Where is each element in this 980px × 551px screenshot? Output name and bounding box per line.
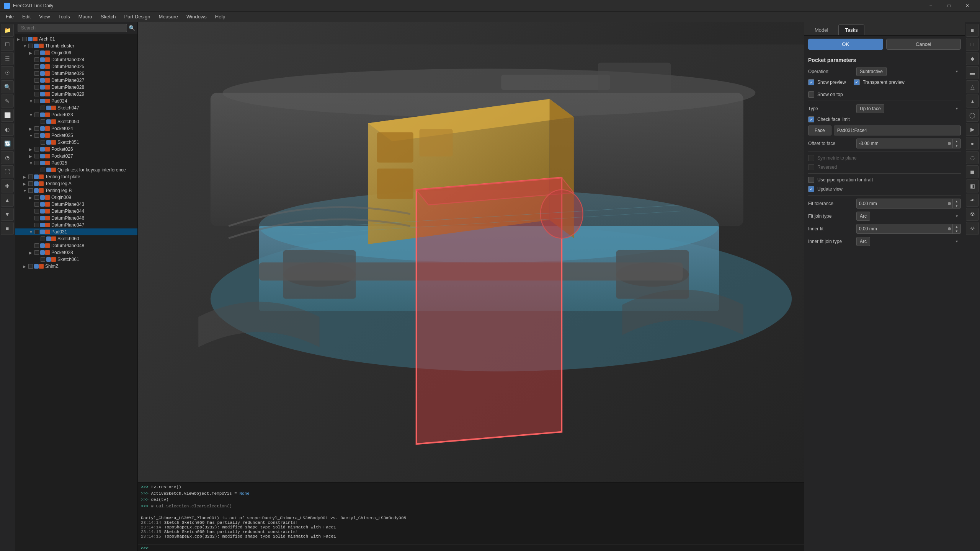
tree-item[interactable]: Sketch061 <box>15 256 137 263</box>
fit-tolerance-input[interactable] <box>857 199 946 208</box>
tree-checkbox[interactable] <box>34 64 39 69</box>
spin-down[interactable]: ▼ <box>953 143 960 148</box>
minimize-button[interactable]: − <box>922 0 939 11</box>
right-btn-10[interactable]: ◌ <box>966 151 979 164</box>
right-btn-5[interactable]: △ <box>966 80 979 93</box>
menu-item-part-design[interactable]: Part Design <box>121 13 154 21</box>
tree-item[interactable]: ▶Tenting foot plate <box>15 173 137 180</box>
toolbar-btn-11[interactable]: ⛶ <box>1 165 14 178</box>
toolbar-btn-12[interactable]: ✚ <box>1 179 14 192</box>
tree-item[interactable]: ▶Arch 01 <box>15 36 137 42</box>
tree-item[interactable]: ▶Origin009 <box>15 194 137 201</box>
maximize-button[interactable]: □ <box>940 0 958 11</box>
check-face-limit-checkbox[interactable]: ✓ <box>808 116 814 122</box>
tree-item[interactable]: ▶ShimZ <box>15 263 137 270</box>
tree-checkbox[interactable] <box>34 51 39 55</box>
toolbar-btn-10[interactable]: ◔ <box>1 151 14 164</box>
right-btn-6[interactable]: ▴ <box>966 95 979 108</box>
right-btn-8[interactable]: ▶ <box>966 123 979 136</box>
tree-item[interactable]: Sketch060 <box>15 235 137 242</box>
tree-item[interactable]: Sketch050 <box>15 118 137 125</box>
toolbar-btn-3[interactable]: ☰ <box>1 52 14 65</box>
tree-checkbox[interactable] <box>41 236 45 241</box>
tree-item[interactable]: ▼Thumb cluster <box>15 42 137 49</box>
tree-checkbox[interactable] <box>34 202 39 207</box>
tree-item[interactable]: DatumPlane048 <box>15 242 137 249</box>
tree-checkbox[interactable] <box>34 112 39 117</box>
tree-item[interactable]: ▶Pocket026 <box>15 146 137 153</box>
tree-checkbox[interactable] <box>34 133 39 138</box>
tree-item[interactable]: ▼Pad031 <box>15 228 137 235</box>
tree-checkbox[interactable] <box>34 71 39 76</box>
offset-input[interactable] <box>857 139 946 148</box>
fit-join-dropdown[interactable]: Arc <box>856 212 870 221</box>
tab-tasks[interactable]: Tasks <box>838 24 864 35</box>
tree-checkbox[interactable] <box>34 147 39 152</box>
tree-checkbox[interactable] <box>34 216 39 220</box>
tree-item[interactable]: ▼Pad025 <box>15 160 137 166</box>
menu-item-windows[interactable]: Windows <box>183 13 211 21</box>
cancel-button[interactable]: Cancel <box>886 39 961 50</box>
menu-item-tools[interactable]: Tools <box>54 13 74 21</box>
tree-checkbox[interactable] <box>34 243 39 248</box>
toolbar-btn-4[interactable]: ☉ <box>1 66 14 79</box>
tree-item[interactable]: DatumPlane027 <box>15 77 137 84</box>
tree-checkbox[interactable] <box>34 209 39 214</box>
toolbar-btn-2[interactable]: ☐ <box>1 38 14 51</box>
right-btn-12[interactable]: ◧ <box>966 179 979 192</box>
tree-item[interactable]: DatumPlane046 <box>15 215 137 222</box>
menu-item-file[interactable]: File <box>2 13 18 21</box>
spin-up[interactable]: ▲ <box>953 139 960 143</box>
inner-fit-join-dropdown[interactable]: Arc <box>856 237 870 246</box>
menu-item-macro[interactable]: Macro <box>75 13 96 21</box>
right-btn-1[interactable]: ■ <box>966 24 979 37</box>
tree-item[interactable]: DatumPlane043 <box>15 201 137 208</box>
tree-item[interactable]: ▼Pocket023 <box>15 111 137 118</box>
tree-checkbox[interactable] <box>34 223 39 227</box>
menu-item-view[interactable]: View <box>35 13 54 21</box>
show-on-top-checkbox[interactable] <box>808 91 814 98</box>
tree-checkbox[interactable] <box>41 106 45 110</box>
tree-item[interactable]: Quick test for keycap interference <box>15 166 137 173</box>
console-input[interactable] <box>150 545 801 550</box>
menu-item-measure[interactable]: Measure <box>155 13 182 21</box>
toolbar-btn-9[interactable]: 🔃 <box>1 137 14 150</box>
tree-checkbox[interactable] <box>34 161 39 165</box>
toolbar-btn-5[interactable]: 🔍 <box>1 80 14 93</box>
tree-item[interactable]: ▶Pocket028 <box>15 249 137 256</box>
inner-fit-input[interactable] <box>857 225 946 233</box>
search-icon[interactable]: 🔍 <box>129 25 135 31</box>
tree-item[interactable]: DatumPlane044 <box>15 208 137 215</box>
fit-tolerance-spin-down[interactable]: ▼ <box>953 204 960 208</box>
tree-checkbox[interactable] <box>22 37 27 41</box>
symmetric-checkbox[interactable] <box>808 155 814 161</box>
search-input[interactable] <box>18 24 127 32</box>
toolbar-btn-13[interactable]: ▲ <box>1 194 14 207</box>
right-btn-7[interactable]: ◯ <box>966 109 979 122</box>
tree-checkbox[interactable] <box>34 230 39 234</box>
right-btn-14[interactable]: ☢ <box>966 208 979 221</box>
viewport[interactable]: >>> tv.restore()>>> ActiveSketch.ViewObj… <box>138 22 804 551</box>
toolbar-btn-14[interactable]: ▼ <box>1 208 14 221</box>
right-btn-3[interactable]: ◆ <box>966 52 979 65</box>
fit-tolerance-spin-up[interactable]: ▲ <box>953 199 960 204</box>
tree-item[interactable]: DatumPlane047 <box>15 222 137 228</box>
tree-item[interactable]: ▼Tenting leg B <box>15 187 137 194</box>
toolbar-btn-7[interactable]: ⬜ <box>1 109 14 122</box>
update-view-checkbox[interactable]: ✓ <box>808 186 814 192</box>
transparent-preview-checkbox[interactable]: ✓ <box>854 79 860 85</box>
tree-checkbox[interactable] <box>34 92 39 96</box>
toolbar-btn-15[interactable]: ■ <box>1 222 14 235</box>
tree-item[interactable]: Sketch051 <box>15 139 137 146</box>
tree-checkbox[interactable] <box>34 195 39 200</box>
menu-item-help[interactable]: Help <box>211 13 229 21</box>
tree-checkbox[interactable] <box>34 78 39 83</box>
tree-item[interactable]: ▶Origin006 <box>15 49 137 56</box>
right-btn-15[interactable]: ☣ <box>966 222 979 235</box>
right-btn-4[interactable]: ▬ <box>966 66 979 79</box>
menu-item-edit[interactable]: Edit <box>18 13 34 21</box>
show-preview-checkbox[interactable]: ✓ <box>808 79 814 85</box>
toolbar-btn-6[interactable]: ✎ <box>1 95 14 108</box>
menu-item-sketch[interactable]: Sketch <box>97 13 120 21</box>
right-btn-11[interactable]: ◼ <box>966 165 979 178</box>
